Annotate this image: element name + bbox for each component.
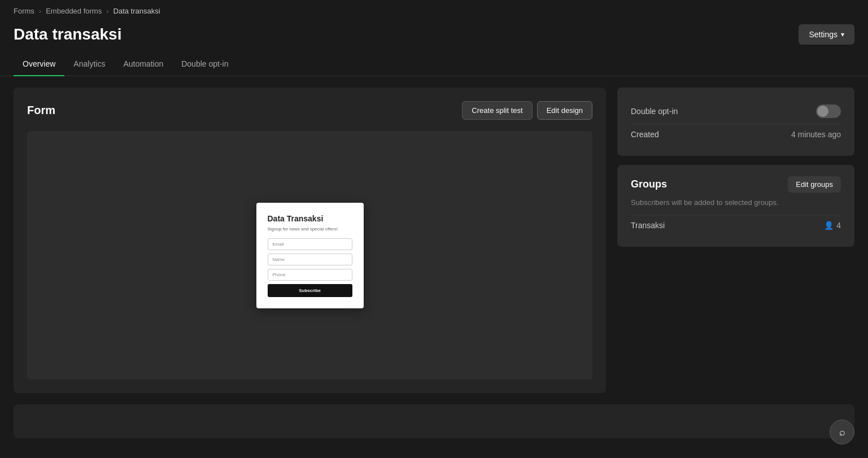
edit-groups-button[interactable]: Edit groups (788, 176, 841, 193)
group-name: Transaksi (631, 221, 665, 230)
create-split-test-button[interactable]: Create split test (462, 101, 532, 120)
created-value: 4 minutes ago (791, 130, 841, 139)
breadcrumb-forms[interactable]: Forms (14, 7, 34, 15)
breadcrumb-sep-1: › (39, 7, 41, 15)
page-title: Data transaksi (14, 21, 121, 48)
tab-overview[interactable]: Overview (14, 53, 64, 76)
main-content: Form Create split test Edit design Data … (0, 76, 868, 404)
right-panel: Double opt-in Created 4 minutes ago Grou… (617, 88, 854, 393)
people-icon: 👤 (824, 221, 834, 230)
breadcrumb-current: Data transaksi (114, 7, 160, 15)
bottom-panel (14, 404, 854, 438)
form-panel: Form Create split test Edit design Data … (14, 88, 606, 393)
tabs-container: Overview Analytics Automation Double opt… (0, 53, 868, 76)
settings-button[interactable]: Settings ▾ (799, 24, 854, 45)
created-label: Created (631, 130, 659, 139)
form-field-phone: Phone (268, 269, 352, 281)
groups-title: Groups (631, 178, 667, 190)
search-icon: ⌕ (839, 426, 845, 438)
form-field-name: Name (268, 254, 352, 265)
form-field-email: Email (268, 238, 352, 250)
breadcrumb-embedded-forms[interactable]: Embedded forms (46, 7, 102, 15)
breadcrumb-sep-2: › (106, 7, 108, 15)
search-fab[interactable]: ⌕ (830, 420, 854, 444)
tab-double-opt-in[interactable]: Double opt-in (172, 53, 237, 76)
chevron-down-icon: ▾ (841, 30, 844, 38)
form-preview-area: Data Transaksi Signup for news and speci… (27, 131, 592, 380)
form-actions: Create split test Edit design (462, 101, 592, 120)
group-count: 👤 4 (824, 221, 841, 230)
form-panel-header: Form Create split test Edit design (27, 101, 592, 120)
page-header: Data transaksi Settings ▾ (0, 21, 868, 48)
form-preview-card: Data Transaksi Signup for news and speci… (256, 203, 364, 308)
double-opt-in-label: Double opt-in (631, 107, 678, 116)
created-row: Created 4 minutes ago (631, 124, 841, 145)
double-opt-in-toggle[interactable] (816, 104, 841, 118)
group-count-value: 4 (836, 221, 841, 230)
form-panel-title: Form (27, 104, 55, 117)
breadcrumb: Forms › Embedded forms › Data transaksi (14, 7, 854, 15)
info-card: Double opt-in Created 4 minutes ago (617, 88, 854, 156)
double-opt-in-row: Double opt-in (631, 99, 841, 124)
form-subscribe-button: Subscribe (268, 284, 352, 297)
groups-subtitle: Subscribers will be added to selected gr… (631, 198, 841, 207)
tab-analytics[interactable]: Analytics (64, 53, 114, 76)
tab-automation[interactable]: Automation (114, 53, 172, 76)
edit-design-button[interactable]: Edit design (537, 101, 592, 120)
form-card-title: Data Transaksi (268, 214, 352, 223)
form-card-subtitle: Signup for news and special offers! (268, 226, 352, 232)
groups-card: Groups Edit groups Subscribers will be a… (617, 165, 854, 247)
group-row-transaksi: Transaksi 👤 4 (631, 215, 841, 235)
groups-header: Groups Edit groups (631, 176, 841, 193)
settings-label: Settings (809, 30, 838, 39)
